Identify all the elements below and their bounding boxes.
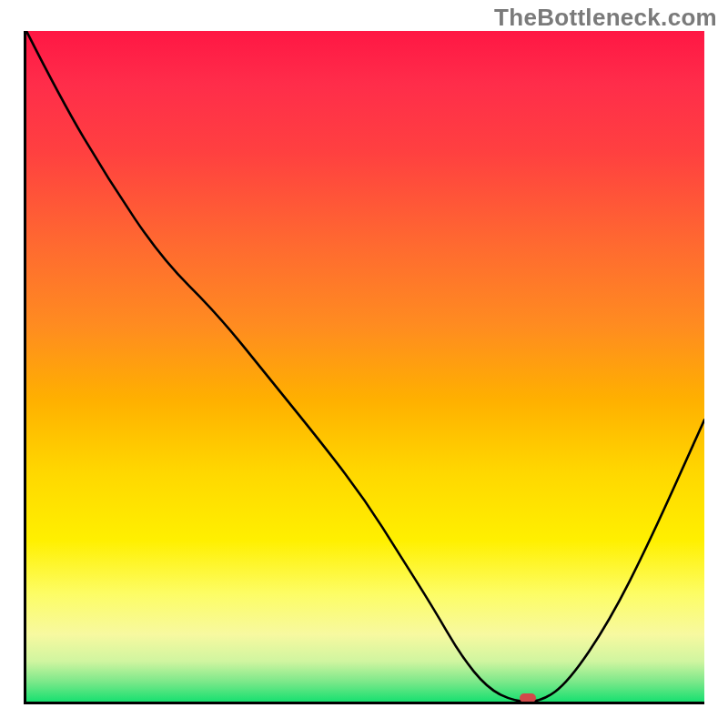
plot-area [24, 31, 704, 704]
optimal-marker [520, 693, 536, 703]
watermark-text: TheBottleneck.com [494, 4, 717, 32]
bottleneck-curve [26, 31, 704, 702]
figure: TheBottleneck.com [0, 0, 728, 728]
